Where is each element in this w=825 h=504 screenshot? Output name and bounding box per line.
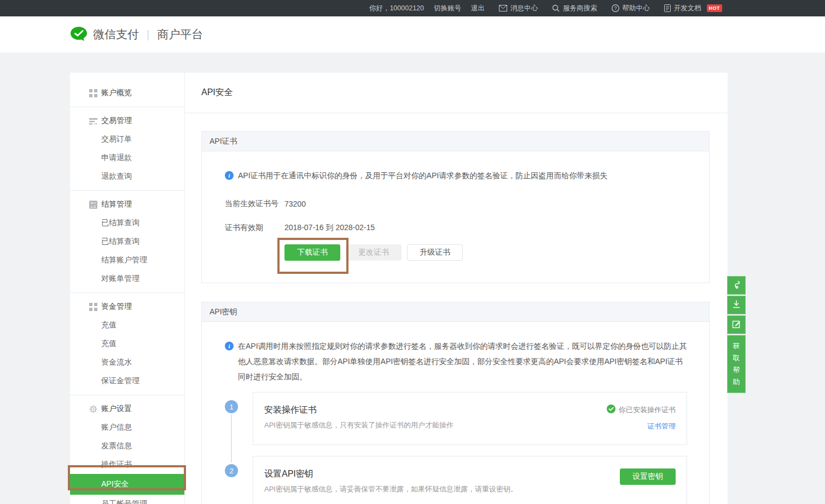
switch-account-link[interactable]: 切换账号 [434,4,461,13]
sidebar-item-recharge-1[interactable]: 充值 [70,316,184,335]
dev-docs-link[interactable]: 开发文档 HOT [664,4,723,13]
hot-badge: HOT [707,4,723,12]
get-help-button[interactable]: 获取帮助 [727,335,746,393]
sidebar-item-apply-refund[interactable]: 申请退款 [70,149,184,167]
user-greeting: 你好，100002120 [369,4,424,13]
sidebar-item-settlement-mgmt[interactable]: 结算管理 [70,195,184,214]
change-cert-button[interactable]: 更改证书 [346,244,402,261]
hook-link-icon [731,280,741,291]
step-1-title: 安装操作证书 [264,405,454,416]
gear-icon [89,405,97,413]
cert-validity-label: 证书有效期 [225,223,284,233]
content-area: API安全 API证书 i API证书用于在通讯中标识你的身份，及用于平台对你的… [185,73,728,504]
info-icon: i [225,342,234,350]
download-cert-button[interactable]: 下载证书 [284,244,340,261]
cert-validity-value: 2018-07-16 到 2028-02-15 [284,223,375,233]
step-2-desc: API密钥属于敏感信息，请妥善保管不要泄露，如果怀疑信息泄露，请重设密钥。 [264,484,518,494]
brand-separator: | [147,28,149,41]
grid-icon [89,89,97,97]
step-set-api-key: 2 设置API密钥 API密钥属于敏感信息，请妥善保管不要泄露，如果怀疑信息泄露… [225,456,687,504]
brand-platform: 商户平台 [157,27,203,42]
sidebar-item-recharge-2[interactable]: 充值 [70,335,184,353]
sidebar: 账户概览 交易管理 交易订单 申请退款 退款查询 结算管理 已结算查询 已结算查… [70,73,185,504]
cert-installed-status: 你已安装操作证书 [619,405,676,415]
sidebar-item-trade-orders[interactable]: 交易订单 [70,130,184,149]
sidebar-item-funds-mgmt[interactable]: 资金管理 [70,297,184,316]
cert-number-value: 73200 [284,200,306,208]
help-center-link[interactable]: ? 帮助中心 [612,4,650,13]
main-card: 账户概览 交易管理 交易订单 申请退款 退款查询 结算管理 已结算查询 已结算查… [70,73,728,504]
sidebar-item-account-settings[interactable]: 账户设置 [70,400,184,418]
info-icon: i [225,171,234,180]
step-1-badge: 1 [225,400,238,413]
brand-name: 微信支付 [93,27,139,42]
logout-link[interactable]: 退出 [471,4,485,13]
api-cert-section-title: API证书 [210,137,237,146]
sidebar-item-operation-cert[interactable]: 操作证书 [70,455,184,474]
get-help-label: 获取帮助 [733,340,740,388]
step-2-title: 设置API密钥 [264,468,518,480]
sidebar-item-refund-query[interactable]: 退款查询 [70,167,184,186]
step-connector-line [231,414,232,462]
calculator-icon [89,201,97,209]
cert-number-label: 当前生效证书号 [225,199,284,209]
edit-pencil-icon [731,319,741,331]
sidebar-item-account-overview[interactable]: 账户概览 [70,84,184,102]
step-install-cert: 1 安装操作证书 API密钥属于敏感信息，只有安装了操作证书的用户才能操作 [225,392,687,445]
contact-link-button[interactable] [727,276,746,295]
api-key-section: API密钥 i 在API调用时用来按照指定规则对你的请求参数进行签名，服务器收到… [201,302,710,504]
feedback-button[interactable] [727,315,746,334]
provider-search-link[interactable]: 服务商搜索 [552,4,597,13]
sidebar-item-invoice-info[interactable]: 发票信息 [70,437,184,455]
step-1-desc: API密钥属于敏感信息，只有安装了操作证书的用户才能操作 [264,420,454,430]
search-icon [552,4,560,12]
svg-text:?: ? [614,5,617,11]
message-center-link[interactable]: 消息中心 [499,4,538,13]
download-icon [731,300,741,311]
api-key-info-text: 在API调用时用来按照指定规则对你的请求参数进行签名，服务器收到你的请求时会进行… [238,338,687,384]
step-2-badge: 2 [225,464,238,477]
sidebar-item-trade-mgmt[interactable]: 交易管理 [70,112,184,130]
set-api-key-button[interactable]: 设置密钥 [620,468,676,485]
download-tool-button[interactable] [727,296,746,314]
logo-bar: 微信支付 | 商户平台 [0,16,825,52]
topbar: 你好，100002120 切换账号 退出 消息中心 服务商搜索 ? 帮助中心 开… [0,0,825,16]
sidebar-item-statement-mgmt[interactable]: 对账单管理 [70,269,184,288]
sidebar-item-account-info[interactable]: 账户信息 [70,418,184,437]
grid-icon [89,303,97,311]
sidebar-item-funds-flow[interactable]: 资金流水 [70,353,184,372]
document-icon [664,4,671,12]
sidebar-item-settled-query-1[interactable]: 已结算查询 [70,214,184,232]
api-cert-info-text: API证书用于在通讯中标识你的身份，及用于平台对你的API请求参数的签名验证，防… [238,170,607,181]
envelope-icon [499,5,507,11]
api-key-section-title: API密钥 [210,307,237,317]
wechat-pay-logo-icon [70,26,88,43]
upgrade-cert-button[interactable]: 升级证书 [407,244,463,261]
question-circle-icon: ? [612,4,619,12]
sidebar-item-settled-query-2[interactable]: 已结算查询 [70,232,184,251]
trade-list-icon [89,117,97,125]
cert-manage-link[interactable]: 证书管理 [647,422,676,430]
floating-toolbar: 获取帮助 [727,276,746,393]
check-circle-icon [607,405,615,415]
page-title: API安全 [201,87,233,98]
sidebar-item-settlement-account-mgmt[interactable]: 结算账户管理 [70,251,184,269]
sidebar-item-deposit-mgmt[interactable]: 保证金管理 [70,372,184,390]
sidebar-item-api-security[interactable]: API安全 [70,474,184,495]
api-cert-section: API证书 i API证书用于在通讯中标识你的身份，及用于平台对你的API请求参… [201,131,710,283]
sidebar-item-staff-account-mgmt[interactable]: 员工帐号管理 [70,495,184,504]
